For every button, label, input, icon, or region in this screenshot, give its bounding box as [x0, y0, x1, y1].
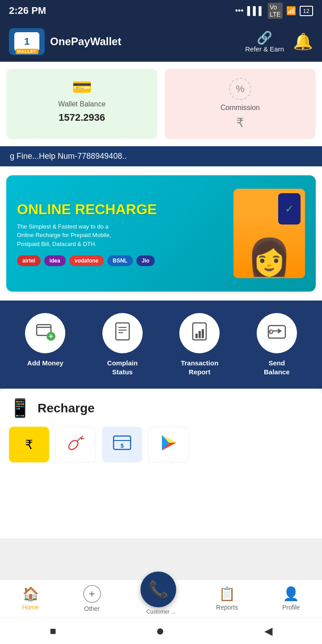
playstore-icon — [157, 432, 180, 458]
banner-left: ONLINE RECHARGE The Simplest & Fastest w… — [17, 201, 233, 267]
status-time: 2:26 PM — [9, 5, 46, 17]
jio-logo: Jio — [136, 255, 155, 266]
svg-text:$: $ — [120, 442, 124, 449]
balance-section: 💳 Wallet Balance 1572.2936 % Commission … — [0, 62, 322, 146]
atm-icon-box[interactable]: $ — [102, 427, 142, 462]
ticker-bar: g Fine...Help Num-7788949408.. — [0, 146, 322, 166]
svg-rect-10 — [202, 329, 204, 338]
status-bar: 2:26 PM ••• ▌▌▌ VoLTE 📶 12 — [0, 0, 322, 21]
logo-area: 1 WALLET OnePayWallet — [9, 28, 121, 55]
status-icons: ••• ▌▌▌ VoLTE 📶 12 — [235, 3, 313, 19]
idea-logo: idea — [44, 255, 66, 266]
banner-container: ONLINE RECHARGE The Simplest & Fastest w… — [0, 166, 322, 301]
action-add-money[interactable]: + Add Money — [25, 313, 65, 376]
bsnl-logo: BSNL — [107, 255, 133, 266]
nav-profile[interactable]: 👤 Profile — [278, 582, 305, 614]
signal-bars: ▌▌▌ — [247, 6, 264, 16]
android-back-button[interactable]: ◀ — [264, 625, 272, 637]
wallet-balance-card[interactable]: 💳 Wallet Balance 1572.2936 — [6, 69, 157, 139]
recharge-title: Recharge — [38, 401, 95, 415]
nav-profile-label: Profile — [282, 604, 300, 611]
nav-reports[interactable]: 📋 Reports — [212, 582, 242, 614]
header: 1 WALLET OnePayWallet 🔗 Refer & Earn 🔔 — [0, 21, 322, 62]
actions-grid: + Add Money Complain Status — [9, 313, 313, 376]
banner-inner: ONLINE RECHARGE The Simplest & Fastest w… — [6, 175, 316, 292]
nav-customer-label: Customer ... — [146, 609, 175, 615]
vodafone-logo: vodafone — [69, 255, 104, 266]
app-logo: 1 WALLET — [9, 28, 45, 55]
reports-icon: 📋 — [219, 586, 235, 602]
banner-right: ✓ 👩 — [233, 189, 305, 278]
person-figure: 👩 — [247, 236, 292, 278]
nav-home-label: Home — [22, 604, 38, 611]
add-money-icon-circle: + — [25, 313, 65, 353]
brand-logos: airtel idea vodafone BSNL Jio — [17, 255, 233, 266]
rupee-icon: ₹ — [236, 115, 244, 130]
send-balance-icon: $ — [267, 321, 287, 346]
wallet-balance-label: Wallet Balance — [58, 100, 106, 108]
wallet-card-icon: 💳 — [72, 78, 92, 97]
complain-status-icon-circle — [102, 313, 143, 353]
app-name: OnePayWallet — [50, 35, 121, 48]
nav-other[interactable]: + Other — [79, 581, 106, 616]
android-circle-button[interactable]: ● — [156, 623, 165, 639]
svg-rect-8 — [195, 334, 198, 338]
recharge-section: 📱 Recharge ₹ $ — [0, 389, 322, 471]
battery-icon: 12 — [300, 6, 313, 16]
dth-icon-box[interactable] — [55, 427, 96, 462]
header-right: 🔗 Refer & Earn 🔔 — [245, 30, 313, 53]
action-transaction-report[interactable]: Transaction Report — [179, 313, 220, 376]
commission-label: Commission — [220, 104, 260, 112]
prepaid-icon: ₹ — [25, 437, 33, 452]
send-balance-icon-circle: $ — [257, 313, 297, 353]
dth-satellite-icon — [64, 432, 87, 458]
svg-line-15 — [77, 438, 80, 441]
complain-status-label: Complain Status — [102, 359, 143, 376]
svg-rect-9 — [199, 331, 201, 338]
nav-customer-button[interactable]: 📞 — [140, 572, 176, 607]
home-icon: 🏠 — [22, 586, 39, 602]
transaction-report-label: Transaction Report — [179, 359, 220, 376]
phone-checkmark: ✓ — [278, 193, 301, 225]
airtel-logo: airtel — [17, 255, 41, 266]
recharge-phone-icon: 📱 — [9, 398, 31, 419]
lte-icon: VoLTE — [268, 3, 283, 19]
banner-person: ✓ 👩 — [233, 189, 305, 278]
action-complain-status[interactable]: Complain Status — [102, 313, 143, 376]
playstore-icon-box[interactable] — [148, 427, 189, 462]
nav-other-label: Other — [84, 605, 100, 612]
atm-icon: $ — [111, 432, 133, 458]
nav-reports-label: Reports — [216, 604, 238, 611]
add-money-label: Add Money — [27, 359, 64, 368]
profile-icon: 👤 — [283, 586, 299, 602]
transaction-report-icon-circle — [179, 313, 220, 353]
commission-percent-icon: % — [229, 78, 251, 100]
signal-dots: ••• — [235, 6, 244, 16]
wifi-icon: 📶 — [286, 6, 296, 16]
banner-card[interactable]: ONLINE RECHARGE The Simplest & Fastest w… — [6, 175, 316, 292]
refer-earn-button[interactable]: 🔗 Refer & Earn — [245, 30, 284, 53]
share-icon: 🔗 — [257, 30, 272, 45]
send-balance-label: Send Balance — [257, 359, 297, 376]
commission-card[interactable]: % Commission ₹ — [165, 69, 316, 139]
wallet-balance-value: 1572.2936 — [59, 112, 105, 123]
android-square-button[interactable]: ■ — [50, 625, 56, 637]
add-money-icon: + — [35, 321, 55, 346]
action-send-balance[interactable]: $ Send Balance — [257, 313, 297, 376]
phone-call-icon: 📞 — [148, 580, 169, 599]
actions-section: + Add Money Complain Status — [0, 301, 322, 389]
refer-earn-label: Refer & Earn — [245, 45, 284, 53]
android-nav-bar: ■ ● ◀ — [0, 617, 322, 644]
other-plus-icon: + — [83, 585, 101, 603]
banner-subtitle: The Simplest & Fastest way to do a Onlin… — [17, 222, 124, 249]
recharge-header: 📱 Recharge — [9, 398, 313, 419]
notification-bell-icon[interactable]: 🔔 — [293, 32, 313, 51]
nav-home[interactable]: 🏠 Home — [17, 582, 43, 614]
ticker-text: g Fine...Help Num-7788949408.. — [10, 152, 127, 161]
recharge-icons-row: ₹ $ — [9, 427, 313, 467]
svg-text:$: $ — [270, 330, 271, 334]
svg-rect-3 — [116, 323, 129, 340]
complain-status-icon — [112, 321, 133, 346]
prepaid-icon-box[interactable]: ₹ — [9, 427, 49, 462]
svg-text:+: + — [49, 332, 53, 340]
